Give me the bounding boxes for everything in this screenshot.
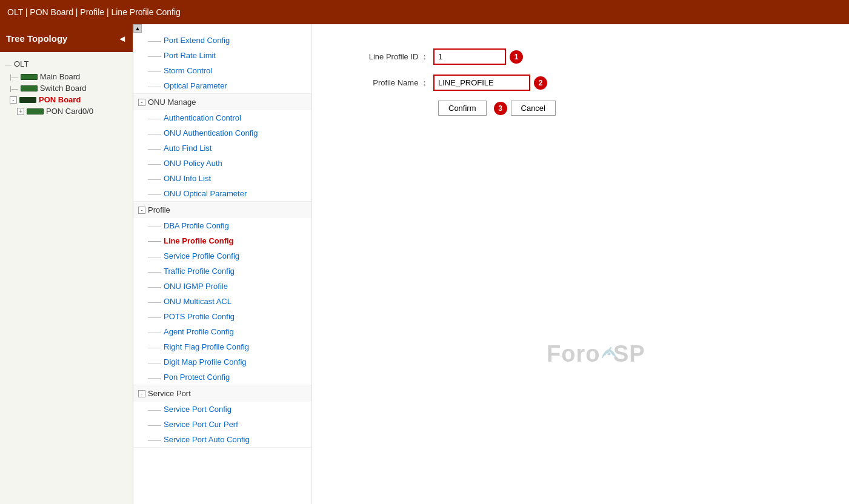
main-layout: Tree Topology ◄ — OLT |— Main Board |— S… bbox=[0, 24, 849, 504]
line-profile-id-input[interactable] bbox=[433, 48, 506, 65]
pon-card-icon bbox=[27, 108, 44, 114]
nav-item-onu-auth-config[interactable]: ONU Authentication Config bbox=[133, 125, 311, 141]
nav-item-line-profile-config[interactable]: Line Profile Config bbox=[133, 233, 311, 248]
nav-item-label-dba-profile: DBA Profile Config bbox=[164, 221, 229, 230]
olt-dash: — bbox=[5, 61, 12, 68]
nav-item-label-onu-auth-config: ONU Authentication Config bbox=[164, 128, 258, 138]
tree-item-switch-board[interactable]: |— Switch Board bbox=[0, 82, 133, 94]
pon-board-icon bbox=[19, 97, 36, 103]
tree-item-olt[interactable]: — OLT bbox=[0, 57, 133, 71]
nav-item-label-auto-find-list: Auto Find List bbox=[164, 144, 212, 153]
nav-item-onu-policy-auth[interactable]: ONU Policy Auth bbox=[133, 156, 311, 171]
nav-item-agent-profile-config[interactable]: Agent Profile Config bbox=[133, 324, 311, 339]
nav-section-port: Port Extend Config Port Rate Limit Storm… bbox=[133, 33, 311, 94]
profile-name-input[interactable] bbox=[433, 75, 530, 91]
confirm-button[interactable]: Confirm bbox=[438, 101, 487, 116]
nav-item-pon-protect-config[interactable]: Pon Protect Config bbox=[133, 370, 311, 385]
onu-manage-collapse-icon: - bbox=[138, 99, 145, 106]
nav-item-service-profile-config[interactable]: Service Profile Config bbox=[133, 248, 311, 264]
nav-item-label-onu-info-list: ONU Info List bbox=[164, 174, 211, 183]
nav-item-service-port-config[interactable]: Service Port Config bbox=[133, 402, 311, 417]
line-profile-id-label: Line Profile ID ： bbox=[336, 51, 433, 62]
nav-section-onu-manage: - ONU Manage Authentication Control ONU … bbox=[133, 94, 311, 202]
sidebar-header: Tree Topology ◄ bbox=[0, 24, 133, 52]
nav-item-port-rate-limit[interactable]: Port Rate Limit bbox=[133, 48, 311, 63]
nav-item-label-agent-profile: Agent Profile Config bbox=[164, 327, 234, 336]
nav-item-traffic-profile-config[interactable]: Traffic Profile Config bbox=[133, 264, 311, 279]
nav-item-digit-map-profile-config[interactable]: Digit Map Profile Config bbox=[133, 354, 311, 370]
switch-board-dash: |— bbox=[10, 85, 18, 92]
nav-item-label-right-flag-profile: Right Flag Profile Config bbox=[164, 342, 249, 351]
cancel-button[interactable]: Cancel bbox=[511, 101, 556, 116]
pon-board-collapse[interactable]: - bbox=[10, 96, 17, 104]
profile-section-label: Profile bbox=[148, 205, 170, 214]
olt-label: OLT bbox=[14, 59, 28, 68]
pon-card-collapse[interactable]: + bbox=[17, 108, 24, 115]
tree-item-pon-card[interactable]: + PON Card0/0 bbox=[0, 105, 133, 117]
profile-collapse-icon: - bbox=[138, 207, 145, 214]
nav-item-onu-igmp-profile[interactable]: ONU IGMP Profile bbox=[133, 279, 311, 294]
scroll-up-icon: ▲ bbox=[135, 25, 141, 31]
nav-item-authentication-control[interactable]: Authentication Control bbox=[133, 110, 311, 125]
nav-item-storm-control[interactable]: Storm Control bbox=[133, 63, 311, 78]
nav-item-label-port-extend-config: Port Extend Config bbox=[164, 36, 230, 45]
nav-item-label-pon-protect: Pon Protect Config bbox=[164, 373, 230, 382]
nav-item-auto-find-list[interactable]: Auto Find List bbox=[133, 141, 311, 156]
nav-section-profile: - Profile DBA Profile Config Line Profil… bbox=[133, 202, 311, 385]
nav-item-label-onu-policy-auth: ONU Policy Auth bbox=[164, 159, 222, 168]
foro-logo: Foro SP bbox=[547, 333, 668, 371]
nav-item-optical-parameter[interactable]: Optical Parameter bbox=[133, 78, 311, 93]
nav-item-label-pots-profile: POTS Profile Config bbox=[164, 312, 235, 321]
top-bar: OLT | PON Board | Profile | Line Profile… bbox=[0, 0, 849, 24]
nav-item-service-port-cur-perf[interactable]: Service Port Cur Perf bbox=[133, 417, 311, 432]
badge-2: 2 bbox=[534, 76, 547, 90]
scroll-up-button[interactable]: ▲ bbox=[133, 24, 142, 33]
svg-text:SP: SP bbox=[613, 341, 645, 366]
switch-board-label: Switch Board bbox=[40, 84, 87, 93]
nav-section-service-port: - Service Port Service Port Config Servi… bbox=[133, 385, 311, 448]
nav-item-label-line-profile: Line Profile Config bbox=[164, 236, 234, 245]
btn-row: Confirm 3 Cancel bbox=[336, 101, 736, 116]
main-board-icon bbox=[21, 74, 38, 80]
pon-card-label: PON Card0/0 bbox=[46, 107, 93, 116]
tree-item-pon-board[interactable]: - PON Board bbox=[0, 94, 133, 105]
nav-item-label-traffic-profile: Traffic Profile Config bbox=[164, 267, 235, 276]
tree-item-main-board[interactable]: |— Main Board bbox=[0, 71, 133, 82]
form-row-line-profile-id: Line Profile ID ： 1 bbox=[336, 48, 736, 65]
svg-point-0 bbox=[608, 353, 611, 356]
nav-item-label-service-profile: Service Profile Config bbox=[164, 251, 239, 260]
breadcrumb: OLT | PON Board | Profile | Line Profile… bbox=[7, 7, 181, 17]
nav-item-label-service-port-config: Service Port Config bbox=[164, 405, 231, 414]
nav-item-label-auth-control: Authentication Control bbox=[164, 113, 241, 122]
sidebar: Tree Topology ◄ — OLT |— Main Board |— S… bbox=[0, 24, 133, 504]
nav-item-label-onu-optical-parameter: ONU Optical Parameter bbox=[164, 189, 247, 198]
service-port-collapse-icon: - bbox=[138, 390, 145, 397]
nav-section-header-profile[interactable]: - Profile bbox=[133, 202, 311, 218]
sidebar-title: Tree Topology bbox=[6, 33, 67, 44]
profile-name-label: Profile Name ： bbox=[336, 78, 433, 88]
content-area: Line Profile ID ： 1 Profile Name ： 2 Con… bbox=[312, 24, 849, 504]
form-row-profile-name: Profile Name ： 2 bbox=[336, 75, 736, 91]
nav-section-header-service-port[interactable]: - Service Port bbox=[133, 385, 311, 402]
switch-board-icon bbox=[21, 85, 38, 91]
nav-item-label-service-port-auto-config: Service Port Auto Config bbox=[164, 435, 250, 444]
nav-item-service-port-auto-config[interactable]: Service Port Auto Config bbox=[133, 432, 311, 447]
main-board-label: Main Board bbox=[40, 72, 80, 81]
nav-item-onu-info-list[interactable]: ONU Info List bbox=[133, 171, 311, 186]
nav-item-pots-profile-config[interactable]: POTS Profile Config bbox=[133, 309, 311, 324]
form-container: Line Profile ID ： 1 Profile Name ： 2 Con… bbox=[324, 36, 748, 128]
nav-item-dba-profile-config[interactable]: DBA Profile Config bbox=[133, 218, 311, 233]
nav-section-header-onu-manage[interactable]: - ONU Manage bbox=[133, 94, 311, 110]
nav-panel: ▲ Port Extend Config Port Rate Limit Sto… bbox=[133, 24, 312, 504]
nav-item-onu-optical-parameter[interactable]: ONU Optical Parameter bbox=[133, 186, 311, 201]
nav-item-port-extend-config[interactable]: Port Extend Config bbox=[133, 33, 311, 48]
pon-board-label: PON Board bbox=[39, 95, 81, 104]
nav-item-label-port-rate-limit: Port Rate Limit bbox=[164, 51, 216, 60]
nav-item-label-digit-map-profile: Digit Map Profile Config bbox=[164, 357, 247, 366]
badge-1: 1 bbox=[510, 50, 523, 64]
nav-item-label-storm-control: Storm Control bbox=[164, 66, 212, 75]
collapse-icon[interactable]: ◄ bbox=[118, 33, 127, 44]
nav-item-label-optical-parameter: Optical Parameter bbox=[164, 81, 227, 90]
nav-item-right-flag-profile-config[interactable]: Right Flag Profile Config bbox=[133, 339, 311, 354]
nav-item-onu-multicast-acl[interactable]: ONU Multicast ACL bbox=[133, 294, 311, 309]
